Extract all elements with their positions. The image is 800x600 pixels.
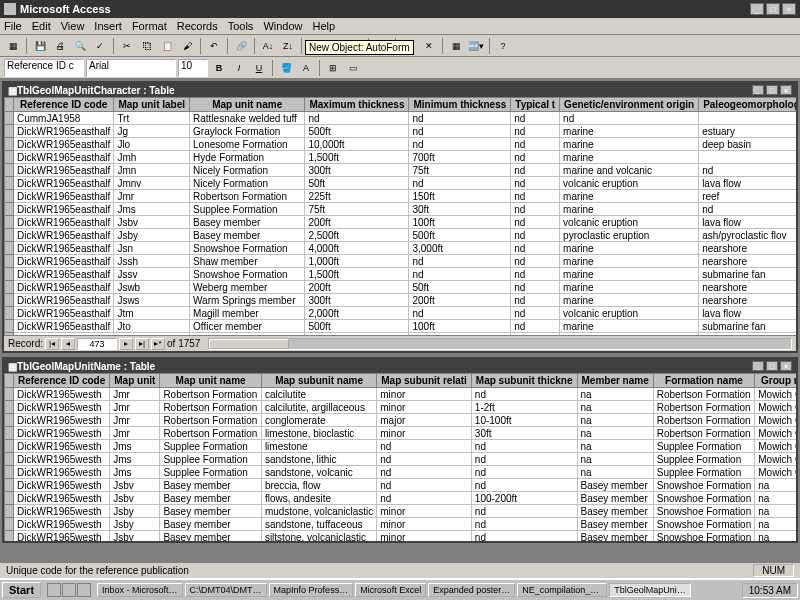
cell[interactable]: Robertson Formation bbox=[160, 388, 262, 401]
cell[interactable]: nearshore bbox=[699, 281, 796, 294]
cell[interactable]: Jsbv bbox=[114, 216, 190, 229]
col-header[interactable]: Maximum thickness bbox=[305, 98, 409, 112]
table1-grid[interactable]: Reference ID codeMap unit labelMap unit … bbox=[4, 97, 796, 335]
row-selector[interactable] bbox=[5, 531, 14, 542]
row-selector[interactable] bbox=[5, 505, 14, 518]
cell[interactable]: nd bbox=[511, 281, 560, 294]
col-header[interactable]: Paleogeomorpholog bbox=[699, 98, 796, 112]
t1-hscroll[interactable] bbox=[208, 338, 792, 350]
menu-window[interactable]: Window bbox=[263, 20, 302, 32]
ql-3[interactable] bbox=[77, 583, 91, 597]
cell[interactable]: Basey member bbox=[160, 531, 262, 542]
cell[interactable]: 75ft bbox=[305, 203, 409, 216]
nav-last-button[interactable]: ▸| bbox=[135, 338, 149, 350]
cell[interactable] bbox=[699, 151, 796, 164]
cell[interactable]: nd bbox=[471, 531, 577, 542]
row-selector[interactable] bbox=[5, 281, 14, 294]
cell[interactable]: Mowich Group bbox=[755, 440, 796, 453]
cell[interactable]: nd bbox=[511, 268, 560, 281]
table-row[interactable]: DickWR1965easthalfJswbWeberg member200ft… bbox=[5, 281, 797, 294]
cell[interactable]: na bbox=[755, 492, 796, 505]
table-row[interactable]: DickWR1965easthalfJmnNicely Formation300… bbox=[5, 164, 797, 177]
print-button[interactable]: 🖨 bbox=[51, 37, 69, 55]
cell[interactable]: nd bbox=[471, 440, 577, 453]
row-selector[interactable] bbox=[5, 307, 14, 320]
cell[interactable]: 300ft bbox=[305, 294, 409, 307]
taskbar-task[interactable]: Microsoft Excel bbox=[355, 583, 426, 597]
table-row[interactable]: DickWR1965westhJsbvBasey memberflows, an… bbox=[5, 492, 797, 505]
cell[interactable]: nd bbox=[511, 125, 560, 138]
cell[interactable]: Basey member bbox=[577, 492, 653, 505]
system-tray[interactable]: 10:53 AM bbox=[742, 583, 798, 598]
cell[interactable]: reef bbox=[699, 190, 796, 203]
table-row[interactable]: DickWR1965westhJsbyBasey membermudstone,… bbox=[5, 505, 797, 518]
cell[interactable]: DickWR1965easthalf bbox=[14, 242, 114, 255]
italic-button[interactable]: I bbox=[230, 59, 248, 77]
taskbar-task[interactable]: MapInfo Profess… bbox=[269, 583, 354, 597]
table-row[interactable]: DickWR1965easthalfJsbyBasey member2,500f… bbox=[5, 229, 797, 242]
cell[interactable]: DickWR1965easthalf bbox=[14, 125, 114, 138]
cell[interactable]: pyroclastic eruption bbox=[560, 229, 699, 242]
cell[interactable]: Basey member bbox=[577, 505, 653, 518]
cell[interactable]: siltstone, volcaniclastic bbox=[261, 531, 376, 542]
row-selector[interactable] bbox=[5, 190, 14, 203]
close-button[interactable]: × bbox=[782, 3, 796, 15]
nav-first-button[interactable]: |◂ bbox=[45, 338, 59, 350]
cell[interactable]: 75ft bbox=[409, 164, 511, 177]
cell[interactable]: Jtm bbox=[114, 307, 190, 320]
cell[interactable]: 2,500ft bbox=[305, 229, 409, 242]
copy-button[interactable]: ⿻ bbox=[138, 37, 156, 55]
col-header[interactable]: Map unit bbox=[110, 374, 160, 388]
cell[interactable]: Snowshoe Formation bbox=[190, 268, 305, 281]
view-button[interactable]: ▦ bbox=[4, 37, 22, 55]
cut-button[interactable]: ✂ bbox=[118, 37, 136, 55]
cell[interactable]: 500ft bbox=[305, 320, 409, 333]
cell[interactable]: 100-200ft bbox=[471, 492, 577, 505]
cell[interactable]: nd bbox=[511, 177, 560, 190]
cell[interactable]: Jmn bbox=[114, 164, 190, 177]
cell[interactable]: minor bbox=[377, 401, 472, 414]
size-combo[interactable]: 10 bbox=[178, 59, 208, 77]
sort-desc-button[interactable]: Z↓ bbox=[279, 37, 297, 55]
field-combo[interactable]: Reference ID c bbox=[4, 59, 84, 77]
menu-insert[interactable]: Insert bbox=[94, 20, 122, 32]
cell[interactable]: nearshore bbox=[699, 242, 796, 255]
cell[interactable]: 1-2ft bbox=[471, 401, 577, 414]
cell[interactable]: nd bbox=[511, 294, 560, 307]
cell[interactable]: marine bbox=[560, 125, 699, 138]
cell[interactable]: DickWR1965easthalf bbox=[14, 294, 114, 307]
table-row[interactable]: DickWR1965westhJsbyBasey membersandstone… bbox=[5, 518, 797, 531]
cell[interactable]: Shaw member bbox=[190, 255, 305, 268]
cell[interactable]: Hyde Formation bbox=[190, 151, 305, 164]
fill-color-button[interactable]: 🪣 bbox=[277, 59, 295, 77]
row-selector[interactable] bbox=[5, 492, 14, 505]
col-header[interactable]: Map subunit name bbox=[261, 374, 376, 388]
col-header[interactable]: Map unit name bbox=[190, 98, 305, 112]
cell[interactable]: Robertson Formation bbox=[653, 427, 755, 440]
table-row[interactable]: DickWR1965easthalfJssvSnowshoe Formation… bbox=[5, 268, 797, 281]
table-row[interactable]: DickWR1965westhJmsSupplee Formationsands… bbox=[5, 453, 797, 466]
cell[interactable]: DickWR1965easthalf bbox=[14, 281, 114, 294]
row-selector[interactable] bbox=[5, 216, 14, 229]
cell[interactable]: 30ft bbox=[471, 427, 577, 440]
cell[interactable]: nd bbox=[511, 112, 560, 125]
cell[interactable]: Robertson Formation bbox=[160, 427, 262, 440]
cell[interactable]: nd bbox=[409, 307, 511, 320]
cell[interactable]: Mowich Group bbox=[755, 427, 796, 440]
row-selector-header[interactable] bbox=[5, 374, 14, 388]
cell[interactable]: Supplee Formation bbox=[653, 440, 755, 453]
cell[interactable]: volcanic eruption bbox=[560, 216, 699, 229]
row-selector[interactable] bbox=[5, 518, 14, 531]
row-selector[interactable] bbox=[5, 479, 14, 492]
cell[interactable]: Jmh bbox=[114, 151, 190, 164]
table-row[interactable]: DickWR1965easthalfJgGraylock Formation50… bbox=[5, 125, 797, 138]
t2-max-button[interactable]: □ bbox=[766, 361, 778, 371]
cell[interactable]: Robertson Formation bbox=[653, 388, 755, 401]
col-header[interactable]: Map subunit relati bbox=[377, 374, 472, 388]
cell[interactable]: DickWR1965westh bbox=[14, 479, 110, 492]
row-selector[interactable] bbox=[5, 268, 14, 281]
cell[interactable]: Basey member bbox=[160, 518, 262, 531]
cell[interactable]: lava flow bbox=[699, 307, 796, 320]
table-row[interactable]: DickWR1965westhJmsSupplee Formationlimes… bbox=[5, 440, 797, 453]
cell[interactable]: Jssv bbox=[114, 268, 190, 281]
